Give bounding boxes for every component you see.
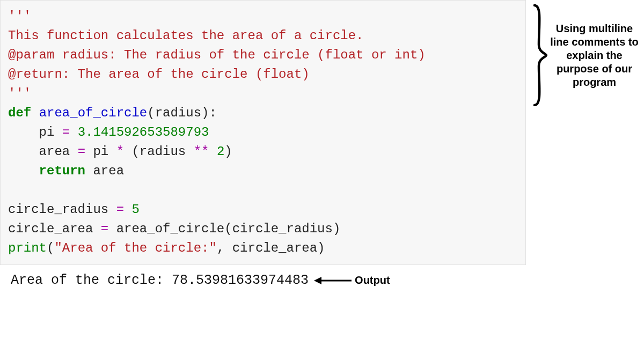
print-rest: , circle_area): [217, 241, 325, 255]
equals-3: =: [116, 202, 124, 217]
area-assign-pre: area: [8, 144, 78, 159]
two-literal: 2: [217, 144, 224, 159]
space3: [209, 144, 216, 159]
circle-area-pre: circle_area: [8, 222, 101, 236]
print-open: (: [47, 241, 54, 255]
svg-marker-1: [314, 277, 321, 284]
param-name: radius: [155, 106, 201, 120]
close-paren: ): [224, 144, 232, 159]
equals-1: =: [62, 125, 70, 139]
def-keyword: def: [8, 106, 31, 120]
pow-op: **: [194, 144, 209, 159]
print-string: "Area of the circle:": [54, 241, 216, 255]
docstring-open: ''': [8, 9, 31, 24]
curly-brace-icon: [531, 4, 547, 106]
return-rest: area: [85, 164, 124, 178]
output-label: Output: [355, 274, 390, 286]
docstring-line3: @return: The area of the circle (float): [8, 67, 310, 82]
area-mid1: pi: [85, 144, 116, 159]
docstring-close: ''': [8, 86, 31, 101]
star-op: *: [116, 144, 124, 159]
pi-assign-pre: pi: [8, 125, 62, 139]
function-name: area_of_circle: [39, 106, 148, 120]
circle-radius-pre: circle_radius: [8, 202, 116, 217]
area-mid2: (radius: [124, 144, 194, 159]
equals-2: =: [78, 144, 85, 159]
paren-close-colon: ):: [201, 106, 217, 120]
return-keyword: return: [39, 164, 85, 178]
paren-open: (: [147, 106, 155, 120]
circle-area-rest: area_of_circle(circle_radius): [108, 222, 340, 236]
docstring-line2: @param radius: The radius of the circle …: [8, 48, 426, 62]
five-literal: 5: [131, 202, 139, 217]
output-line: Area of the circle: 78.53981633974483 Ou…: [0, 265, 644, 288]
pi-value: 3.141592653589793: [70, 125, 209, 139]
print-name: print: [8, 241, 47, 255]
arrow-left-icon: [314, 275, 352, 286]
docstring-line1: This function calculates the area of a c…: [8, 28, 364, 43]
annotation-right-text: Using multiline line comments to explain…: [547, 22, 641, 89]
code-block: ''' This function calculates the area of…: [0, 0, 526, 265]
equals-4: =: [101, 222, 108, 236]
annotation-right: Using multiline line comments to explain…: [531, 4, 644, 106]
space5: [124, 202, 131, 217]
return-indent: [8, 164, 39, 178]
output-text: Area of the circle: 78.53981633974483: [11, 273, 309, 288]
